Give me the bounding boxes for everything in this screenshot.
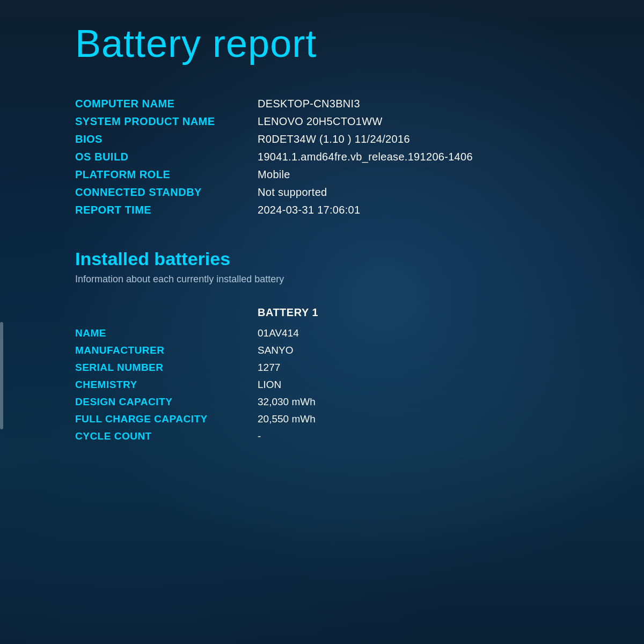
info-value: 19041.1.amd64fre.vb_release.191206-1406 [258,151,473,163]
info-row: CONNECTED STANDBYNot supported [75,186,612,199]
info-row: PLATFORM ROLEMobile [75,169,612,181]
info-value: DESKTOP-CN3BNI3 [258,98,360,110]
battery-row-value: 20,550 mWh [258,413,316,425]
info-row: COMPUTER NAMEDESKTOP-CN3BNI3 [75,98,612,110]
battery-column-header: BATTERY 1 [258,306,318,319]
battery-row: CYCLE COUNT- [75,430,612,442]
battery-row: CHEMISTRYLION [75,379,612,391]
main-content: Battery report COMPUTER NAMEDESKTOP-CN3B… [0,0,644,469]
battery-row-label: NAME [75,327,258,339]
info-row: SYSTEM PRODUCT NAMELENOVO 20H5CTO1WW [75,115,612,128]
info-row: OS BUILD19041.1.amd64fre.vb_release.1912… [75,151,612,163]
battery-row-label: DESIGN CAPACITY [75,396,258,408]
page-title: Battery report [75,21,612,65]
battery-row-label: FULL CHARGE CAPACITY [75,413,258,425]
battery-row-value: 32,030 mWh [258,396,316,408]
info-value: Mobile [258,169,290,181]
info-label: CONNECTED STANDBY [75,186,258,199]
info-label: SYSTEM PRODUCT NAME [75,115,258,128]
battery-header-row: BATTERY 1 [75,306,612,319]
info-value: 2024-03-31 17:06:01 [258,204,360,216]
battery-row-label: CYCLE COUNT [75,430,258,442]
system-info-table: COMPUTER NAMEDESKTOP-CN3BNI3SYSTEM PRODU… [75,98,612,216]
battery-row-label: SERIAL NUMBER [75,362,258,374]
info-value: R0DET34W (1.10 ) 11/24/2016 [258,133,410,145]
battery-row: MANUFACTURERSANYO [75,345,612,356]
battery-header-spacer [75,306,258,319]
installed-batteries-heading: Installed batteries [75,248,612,269]
battery-row-label: MANUFACTURER [75,345,258,356]
battery-row-value: SANYO [258,345,294,356]
info-row: REPORT TIME2024-03-31 17:06:01 [75,204,612,216]
info-label: PLATFORM ROLE [75,169,258,181]
battery-row: SERIAL NUMBER1277 [75,362,612,374]
battery-row-value: 1277 [258,362,280,374]
battery-row: NAME01AV414 [75,327,612,339]
info-label: BIOS [75,133,258,145]
battery-row-value: 01AV414 [258,327,299,339]
info-value: LENOVO 20H5CTO1WW [258,115,383,128]
battery-row-value: - [258,430,261,442]
battery-row: FULL CHARGE CAPACITY20,550 mWh [75,413,612,425]
battery-row: DESIGN CAPACITY32,030 mWh [75,396,612,408]
installed-batteries-desc: Information about each currently install… [75,274,612,285]
info-row: BIOSR0DET34W (1.10 ) 11/24/2016 [75,133,612,145]
battery-row-value: LION [258,379,281,391]
battery-row-label: CHEMISTRY [75,379,258,391]
info-label: REPORT TIME [75,204,258,216]
info-label: COMPUTER NAME [75,98,258,110]
info-value: Not supported [258,186,327,199]
battery-table: BATTERY 1NAME01AV414MANUFACTURERSANYOSER… [75,306,612,442]
info-label: OS BUILD [75,151,258,163]
